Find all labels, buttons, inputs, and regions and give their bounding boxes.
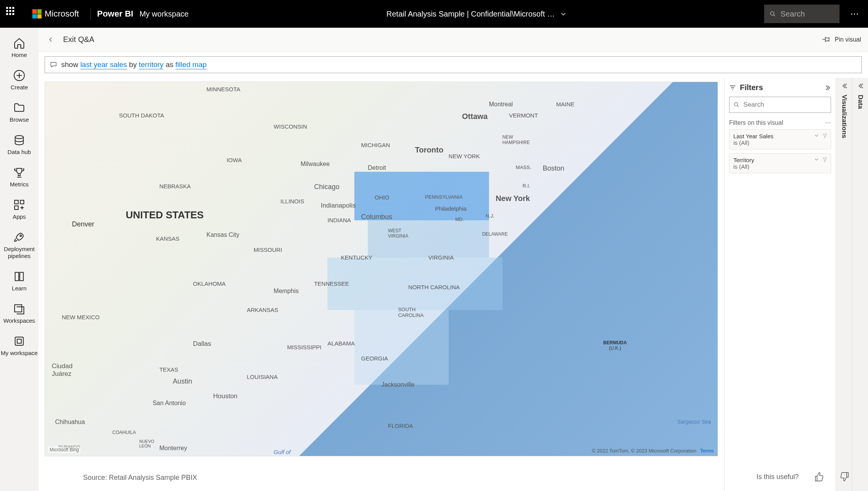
- qna-measure[interactable]: last year sales: [80, 60, 127, 69]
- app-header: Microsoft Power BI My workspace Retail A…: [0, 0, 868, 28]
- filters-title: Filters: [740, 83, 820, 92]
- clear-filter-icon[interactable]: [822, 133, 828, 138]
- svg-point-2: [15, 136, 23, 139]
- map-visual-wrap: UNITED STATES MINNESOTA SOUTH DAKOTA WIS…: [38, 78, 724, 491]
- workspace-breadcrumb[interactable]: My workspace: [139, 10, 189, 18]
- trophy-icon: [13, 166, 25, 179]
- visualizations-pane-collapsed[interactable]: Visualizations: [836, 78, 852, 491]
- thumbs-down-icon[interactable]: [840, 472, 850, 482]
- useful-feedback: Is this useful?: [756, 472, 850, 482]
- svg-point-10: [734, 102, 738, 106]
- svg-rect-3: [15, 200, 18, 204]
- nav-metrics[interactable]: Metrics: [0, 161, 38, 193]
- expand-left-icon: [857, 82, 864, 89]
- nav-learn[interactable]: Learn: [0, 265, 38, 297]
- chat-icon: [50, 61, 57, 69]
- pin-icon: [822, 35, 830, 44]
- data-pane-collapsed[interactable]: Data: [852, 78, 868, 491]
- chevron-down-icon[interactable]: [814, 157, 819, 162]
- filters-section-title: Filters on this visual ⋯: [729, 119, 831, 126]
- svg-rect-5: [15, 206, 18, 209]
- filters-pane: Filters Filters on this visual ⋯ Last Ye…: [724, 78, 836, 491]
- filter-card[interactable]: Last Year Sales is (All): [729, 129, 831, 149]
- data-label: Data: [856, 95, 864, 109]
- plus-circle-icon: [13, 69, 25, 82]
- collapse-filters-icon[interactable]: [824, 84, 831, 91]
- nav-home[interactable]: Home: [0, 32, 38, 64]
- report-title-dropdown[interactable]: Retail Analysis Sample | Confidential\Mi…: [189, 10, 764, 18]
- global-search-input[interactable]: [781, 10, 834, 18]
- filter-card[interactable]: Territory is (All): [729, 153, 831, 173]
- filters-section-more-icon[interactable]: ⋯: [825, 119, 831, 126]
- useful-label: Is this useful?: [756, 473, 799, 481]
- report-title-text: Retail Analysis Sample | Confidential\Mi…: [386, 10, 555, 18]
- subheader: Exit Q&A Pin visual: [38, 28, 868, 52]
- search-icon: [770, 10, 776, 18]
- nav-data-hub[interactable]: Data hub: [0, 129, 38, 161]
- visualizations-label: Visualizations: [840, 95, 848, 138]
- source-label: Source: Retail Analysis Sample PBIX: [83, 474, 197, 482]
- microsoft-logo-icon: [32, 9, 42, 18]
- home-icon: [13, 37, 25, 49]
- microsoft-label: Microsoft: [45, 9, 79, 19]
- svg-rect-9: [17, 339, 22, 344]
- pin-visual-label: Pin visual: [835, 36, 861, 43]
- chevron-left-icon: [48, 37, 54, 43]
- svg-point-6: [20, 235, 22, 236]
- back-button[interactable]: [45, 34, 56, 45]
- nav-apps[interactable]: Apps: [0, 193, 38, 226]
- search-icon: [733, 101, 739, 108]
- bing-badge: Microsoft Bing: [48, 447, 80, 453]
- header-divider: [90, 8, 91, 20]
- pin-visual-button[interactable]: Pin visual: [822, 35, 861, 44]
- filter-search[interactable]: [729, 97, 831, 113]
- map-sargasso-label: Sargasso Sea: [677, 419, 711, 425]
- data-hub-icon: [13, 134, 25, 146]
- svg-rect-8: [15, 337, 23, 345]
- svg-point-0: [770, 12, 774, 15]
- clear-filter-icon[interactable]: [822, 157, 828, 162]
- filter-search-input[interactable]: [743, 101, 827, 109]
- qna-dimension[interactable]: territory: [139, 60, 164, 69]
- map-country-label: UNITED STATES: [126, 209, 204, 221]
- nav-deployment-pipelines[interactable]: Deployment pipelines: [0, 226, 38, 265]
- qna-row: show last year sales by territory as fil…: [38, 52, 868, 78]
- nav-my-workspace[interactable]: My workspace: [0, 330, 38, 362]
- main-area: Exit Q&A Pin visual show last year sales…: [38, 28, 868, 491]
- nav-create[interactable]: Create: [0, 64, 38, 96]
- apps-icon: [13, 199, 25, 211]
- map-fill-ga-fl: [354, 310, 449, 385]
- nav-browse[interactable]: Browse: [0, 96, 38, 129]
- map-fill-wv-va: [368, 220, 489, 258]
- filled-map-visual[interactable]: UNITED STATES MINNESOTA SOUTH DAKOTA WIS…: [45, 82, 718, 456]
- map-attribution: © 2022 TomTom, © 2023 Microsoft Corporat…: [592, 448, 714, 454]
- thumbs-up-icon[interactable]: [814, 472, 824, 482]
- app-brand: Power BI: [97, 9, 133, 19]
- qna-input[interactable]: show last year sales by territory as fil…: [45, 56, 862, 73]
- qna-visual[interactable]: filled map: [175, 60, 207, 69]
- expand-left-icon: [841, 82, 848, 89]
- more-icon[interactable]: ⋯: [847, 6, 862, 22]
- book-icon: [13, 270, 25, 283]
- svg-rect-7: [15, 305, 22, 312]
- chevron-down-icon: [560, 11, 566, 17]
- qna-text: show last year sales by territory as fil…: [61, 60, 207, 69]
- waffle-icon[interactable]: [6, 7, 20, 21]
- svg-rect-4: [20, 200, 24, 204]
- folder-icon: [13, 102, 25, 114]
- chevron-down-icon[interactable]: [814, 133, 819, 138]
- exit-qna-label[interactable]: Exit Q&A: [63, 35, 94, 44]
- my-workspace-icon: [13, 335, 25, 347]
- map-bermuda-label: BERMUDA (U.K.): [603, 340, 627, 351]
- nav-workspaces[interactable]: Workspaces: [0, 297, 38, 330]
- global-search[interactable]: [764, 5, 840, 23]
- microsoft-logo: Microsoft: [32, 9, 79, 19]
- map-terms-link[interactable]: Terms: [700, 448, 714, 454]
- workspaces-icon: [13, 303, 25, 315]
- filter-icon: [729, 84, 736, 91]
- rocket-icon: [13, 231, 25, 243]
- nav-rail: Home Create Browse Data hub Metrics Apps…: [0, 28, 38, 491]
